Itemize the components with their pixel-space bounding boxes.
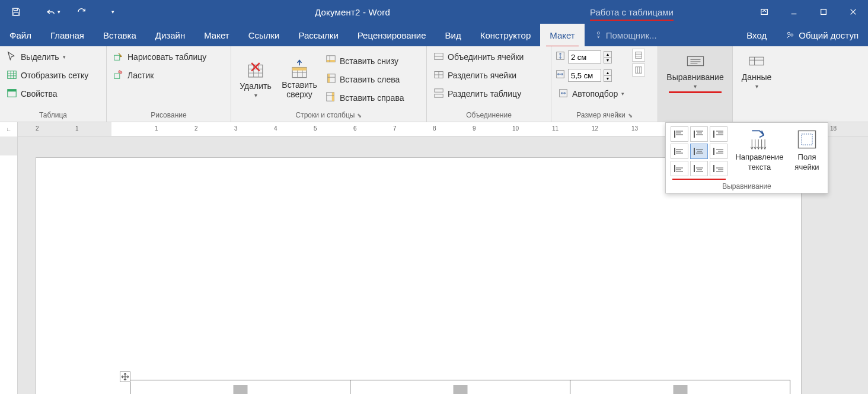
- table-header-cell[interactable]: Фигура: [130, 380, 350, 395]
- stepper-down[interactable]: ▼: [604, 76, 612, 82]
- context-tab-label: Работа с таблицами: [579, 1, 684, 23]
- group-rowscols-label: Строки и столбцы: [296, 111, 355, 119]
- merge-icon: [433, 51, 444, 63]
- tab-design[interactable]: Дизайн: [146, 24, 194, 46]
- text-direction-button[interactable]: Направление текста: [730, 126, 789, 180]
- col-width-input[interactable]: [568, 69, 601, 82]
- signin-button[interactable]: Вход: [737, 24, 776, 46]
- insert-above-button[interactable]: Вставить сверху: [279, 57, 320, 101]
- align-mid-center[interactable]: [690, 144, 708, 159]
- ruler-vertical[interactable]: [0, 136, 18, 394]
- alignment-dropdown-button[interactable]: Выравнивание ▾: [662, 49, 729, 92]
- table-move-handle[interactable]: [120, 371, 130, 382]
- svg-rect-17: [8, 89, 16, 91]
- data-dropdown-button[interactable]: Данные ▾: [736, 49, 777, 92]
- align-bot-right[interactable]: [710, 161, 727, 176]
- group-merge: Объединить ячейки Разделить ячейки Разде…: [427, 46, 551, 122]
- cursor-icon: [7, 51, 17, 63]
- tab-references[interactable]: Ссылки: [239, 24, 289, 46]
- tellme-field[interactable]: Помощник...: [585, 24, 666, 46]
- draw-table-label: Нарисовать таблицу: [127, 52, 206, 62]
- ribbon-options-button[interactable]: [749, 0, 779, 24]
- align-top-right[interactable]: [710, 126, 727, 142]
- titlebar-right: Работа с таблицами: [579, 0, 868, 24]
- redo-button[interactable]: [71, 0, 93, 24]
- stepper-up[interactable]: ▲: [604, 51, 612, 58]
- align-bot-center[interactable]: [690, 161, 708, 176]
- text-direction-label2: текста: [748, 163, 771, 171]
- distribute-cols-button[interactable]: [632, 63, 645, 77]
- align-top-left[interactable]: [671, 126, 688, 142]
- save-button[interactable]: [5, 0, 27, 24]
- svg-rect-20: [118, 70, 122, 74]
- tab-review[interactable]: Рецензирование: [348, 24, 436, 46]
- alignment-dropdown-panel: Направление текста Поля ячейки Выравнива…: [665, 122, 828, 193]
- insert-right-button[interactable]: Вставить справа: [323, 90, 407, 106]
- qat-customize[interactable]: ▾: [104, 0, 121, 24]
- tab-insert[interactable]: Вставка: [94, 24, 146, 46]
- tellme-label: Помощник...: [606, 30, 657, 40]
- group-draw-label: Рисование: [110, 110, 227, 120]
- svg-rect-47: [435, 88, 443, 91]
- eraser-icon: [113, 69, 124, 82]
- align-mid-left[interactable]: [671, 144, 688, 159]
- document-table[interactable]: Фигура Ширина Высота: [130, 380, 790, 394]
- insert-left-label: Вставить слева: [340, 75, 400, 84]
- tab-home[interactable]: Главная: [41, 24, 94, 46]
- height-icon: [555, 50, 566, 63]
- select-label: Выделить: [21, 52, 59, 62]
- merge-cells-button[interactable]: Объединить ячейки: [430, 49, 526, 65]
- svg-rect-11: [8, 71, 16, 78]
- dialog-launcher-icon[interactable]: ⬊: [628, 112, 633, 119]
- delete-button[interactable]: Удалить ▾: [235, 58, 276, 101]
- row-height-input[interactable]: [568, 50, 601, 63]
- undo-button[interactable]: ▾: [39, 0, 67, 24]
- dropdown-footer-label: Выравнивание: [666, 181, 828, 193]
- split-table-button[interactable]: Разделить таблицу: [430, 85, 526, 102]
- stepper-down[interactable]: ▼: [604, 58, 612, 63]
- tab-layout[interactable]: Макет: [194, 24, 238, 46]
- select-button[interactable]: Выделить ▾: [4, 49, 91, 65]
- svg-rect-19: [114, 74, 120, 78]
- share-button[interactable]: Общий доступ: [776, 24, 868, 46]
- stepper-up[interactable]: ▲: [604, 69, 612, 76]
- tab-file[interactable]: Файл: [0, 24, 41, 46]
- tab-view[interactable]: Вид: [436, 24, 471, 46]
- group-align-label: [662, 110, 729, 120]
- svg-rect-40: [332, 93, 334, 101]
- dialog-launcher-icon[interactable]: ⬊: [357, 112, 362, 119]
- align-mid-right[interactable]: [710, 144, 727, 159]
- window-title: Документ2 - Word: [126, 7, 579, 17]
- tab-table-design[interactable]: Конструктор: [471, 24, 541, 46]
- align-bot-left[interactable]: [671, 161, 688, 176]
- svg-point-8: [598, 37, 598, 37]
- table-header-cell[interactable]: Высота: [570, 380, 790, 395]
- eraser-label: Ластик: [127, 71, 154, 80]
- svg-point-9: [788, 32, 790, 34]
- insert-below-button[interactable]: Вставить снизу: [323, 53, 407, 69]
- table-header-cell[interactable]: Ширина: [350, 380, 570, 395]
- distribute-rows-button[interactable]: [632, 49, 645, 62]
- cell-margins-label2: ячейки: [794, 163, 819, 171]
- eraser-button[interactable]: Ластик: [110, 67, 209, 84]
- cell-margins-button[interactable]: Поля ячейки: [792, 126, 822, 180]
- draw-table-button[interactable]: Нарисовать таблицу: [110, 49, 209, 65]
- view-gridlines-button[interactable]: Отобразить сетку: [4, 67, 91, 84]
- align-top-center[interactable]: [690, 126, 708, 142]
- insert-left-button[interactable]: Вставить слева: [323, 71, 407, 88]
- properties-button[interactable]: Свойства: [4, 85, 91, 102]
- grid-icon: [7, 69, 17, 82]
- merge-label: Объединить ячейки: [448, 52, 524, 62]
- svg-rect-18: [114, 55, 120, 60]
- split-cells-button[interactable]: Разделить ячейки: [430, 67, 526, 84]
- autofit-button[interactable]: Автоподбор ▾: [555, 85, 627, 102]
- tab-table-layout[interactable]: Макет: [540, 24, 584, 46]
- red-underline: [672, 179, 726, 180]
- tab-mailings[interactable]: Рассылки: [289, 24, 347, 46]
- close-button[interactable]: [838, 0, 868, 24]
- maximize-button[interactable]: [809, 0, 838, 24]
- split-label: Разделить ячейки: [448, 71, 516, 80]
- separator: [33, 6, 33, 18]
- autofit-label: Автоподбор: [572, 89, 618, 99]
- minimize-button[interactable]: [779, 0, 809, 24]
